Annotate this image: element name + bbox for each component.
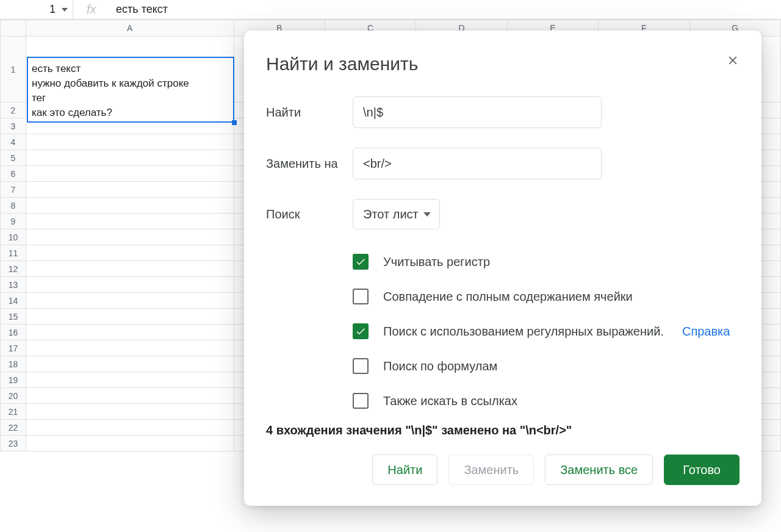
row-header[interactable]: 21	[1, 404, 26, 420]
dialog-title: Найти и заменить	[266, 54, 418, 74]
name-box-value: 1	[49, 3, 56, 16]
regex-label: Поиск с использованием регулярных выраже…	[383, 325, 664, 339]
row-header[interactable]: 7	[1, 182, 26, 198]
match-entire-checkbox[interactable]	[353, 289, 369, 304]
cell[interactable]	[26, 436, 234, 451]
search-scope-label: Поиск	[266, 207, 353, 221]
find-replace-dialog: Найти и заменить Найти Заменить на Поиск…	[244, 31, 761, 506]
row-header[interactable]: 16	[1, 325, 26, 340]
find-input[interactable]	[353, 96, 602, 128]
cell[interactable]	[26, 293, 234, 309]
cell[interactable]	[26, 198, 234, 214]
close-icon	[726, 54, 740, 67]
search-scope-value: Этот лист	[363, 207, 419, 221]
formulas-label: Поиск по формулам	[383, 359, 497, 373]
row-header[interactable]: 1	[1, 37, 26, 102]
row-header[interactable]: 15	[1, 309, 26, 325]
row-header[interactable]: 6	[1, 166, 26, 182]
match-case-checkbox[interactable]	[353, 254, 369, 270]
row-header[interactable]: 8	[1, 198, 26, 214]
active-cell-a1[interactable]: есть текст нужно добавить к каждой строк…	[27, 57, 234, 123]
search-scope-select[interactable]: Этот лист	[353, 199, 440, 229]
cell[interactable]	[26, 261, 234, 277]
cell[interactable]	[26, 277, 234, 293]
row-header[interactable]: 19	[1, 372, 26, 388]
corner-cell[interactable]	[1, 20, 26, 37]
name-box[interactable]: 1	[0, 0, 73, 20]
cell[interactable]	[26, 404, 234, 420]
fx-icon: fx	[73, 2, 110, 16]
column-header-a[interactable]: A	[26, 20, 234, 37]
row-header[interactable]: 5	[1, 150, 26, 166]
row-header[interactable]: 20	[1, 388, 26, 404]
cell[interactable]	[26, 229, 234, 245]
formula-bar: 1 fx есть текст	[0, 0, 781, 20]
row-header[interactable]: 23	[1, 436, 26, 451]
formulas-checkbox[interactable]	[353, 358, 369, 374]
find-label: Найти	[266, 106, 353, 120]
row-header[interactable]: 4	[1, 134, 26, 150]
links-checkbox[interactable]	[353, 393, 369, 409]
done-button[interactable]: Готово	[664, 455, 740, 485]
cell[interactable]	[26, 245, 234, 261]
links-label: Также искать в ссылках	[383, 394, 517, 408]
status-message: 4 вхождения значения "\n|$" заменено на …	[266, 423, 740, 437]
cell[interactable]	[26, 182, 234, 198]
row-header[interactable]: 17	[1, 340, 26, 356]
replace-input[interactable]	[353, 148, 602, 179]
cell[interactable]	[26, 214, 234, 229]
chevron-down-icon	[423, 212, 431, 217]
row-header[interactable]: 9	[1, 214, 26, 229]
cell[interactable]	[26, 420, 234, 436]
cell[interactable]	[26, 372, 234, 388]
row-header[interactable]: 10	[1, 229, 26, 245]
replace-button[interactable]: Заменить	[448, 455, 534, 485]
cell[interactable]	[26, 356, 234, 372]
row-header[interactable]: 12	[1, 261, 26, 277]
row-header[interactable]: 2	[1, 102, 26, 118]
row-header[interactable]: 22	[1, 420, 26, 436]
regex-help-link[interactable]: Справка	[682, 325, 730, 339]
match-case-label: Учитывать регистр	[383, 255, 490, 269]
row-header[interactable]: 18	[1, 356, 26, 372]
selection-handle[interactable]	[232, 120, 237, 125]
find-button[interactable]: Найти	[372, 455, 437, 485]
regex-checkbox[interactable]	[353, 323, 369, 339]
cell[interactable]	[26, 340, 234, 356]
replace-label: Заменить на	[266, 157, 353, 171]
cell[interactable]	[26, 388, 234, 404]
row-header[interactable]: 13	[1, 277, 26, 293]
close-button[interactable]	[726, 54, 740, 70]
match-entire-label: Совпадение с полным содержанием ячейки	[383, 290, 633, 304]
cell[interactable]	[26, 150, 234, 166]
replace-all-button[interactable]: Заменить все	[545, 455, 653, 485]
row-header[interactable]: 3	[1, 118, 26, 134]
cell[interactable]	[26, 309, 234, 325]
row-header[interactable]: 14	[1, 293, 26, 309]
cell[interactable]	[26, 134, 234, 150]
formula-input[interactable]: есть текст	[110, 3, 781, 16]
cell[interactable]	[26, 166, 234, 182]
row-header[interactable]: 11	[1, 245, 26, 261]
cell[interactable]	[26, 325, 234, 340]
dropdown-icon	[62, 8, 68, 12]
